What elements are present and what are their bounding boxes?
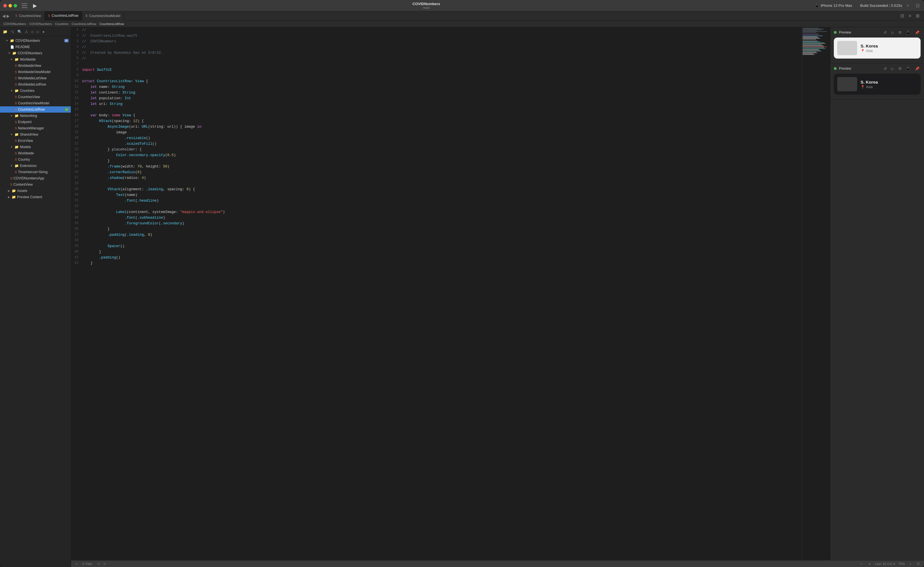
sidebar-item-timeinterval[interactable]: S TimeInterval+String: [0, 169, 71, 175]
split-editor-button[interactable]: ⊟: [899, 12, 905, 19]
sidebar-item-worldwide-view[interactable]: S WorldwideView: [0, 63, 71, 69]
sidebar-label: SharedView: [20, 132, 38, 136]
layout-mode-button[interactable]: ⊡: [916, 562, 921, 566]
breadcrumb-3[interactable]: Countries: [55, 22, 69, 26]
sidebar-label: Endpoint: [18, 120, 31, 124]
layout-button[interactable]: ⊡: [915, 2, 921, 9]
sidebar-label: Extensions: [20, 164, 37, 168]
sidebar-item-countries-viewmodel[interactable]: S CountriesViewModel: [0, 100, 71, 106]
test-icon[interactable]: ◇: [30, 29, 35, 34]
maximize-button[interactable]: [14, 4, 17, 8]
sidebar-item-contentview[interactable]: S ContentView: [0, 182, 71, 188]
preview-play-button[interactable]: ▷: [890, 66, 895, 71]
tree-arrow-icon: ▶: [8, 189, 10, 192]
sidebar-item-worldwide-viewmodel[interactable]: S WorldwideViewModel: [0, 69, 71, 75]
filter-button[interactable]: ⊙ Filter: [81, 562, 93, 566]
sidebar-item-country-model[interactable]: S Country: [0, 156, 71, 163]
tab-back-button[interactable]: ◀: [2, 14, 5, 18]
sidebar-item-covidnumbers-root[interactable]: ▼ 📁 COVIDNumbers M: [0, 38, 71, 44]
preview-refresh-button[interactable]: ↺: [882, 30, 888, 35]
titlebar-center: COVIDNumbers main: [41, 2, 812, 9]
code-editor[interactable]: 1 // 2 // CountriesListRow.swift 3 // CO…: [71, 27, 802, 560]
preview-pin-button[interactable]: 📌: [914, 30, 921, 35]
tab-countries-list-row[interactable]: S CountriesListRow: [45, 11, 82, 21]
preview-duplicate-button[interactable]: ⧉: [897, 66, 902, 71]
preview-device-button[interactable]: 📱: [904, 66, 912, 71]
preview-country-region: 📍 Asia: [861, 49, 878, 53]
search-icon[interactable]: 🔍: [17, 29, 23, 34]
vcs-icon[interactable]: ⌥: [10, 29, 15, 34]
tree-arrow-icon: ▼: [8, 52, 11, 55]
inspector-button[interactable]: ⊞: [915, 12, 921, 19]
sidebar-item-networking-folder[interactable]: ▼ 📁 Networking: [0, 112, 71, 119]
tab-countries-view-model[interactable]: S CountriesViewModel: [82, 11, 124, 21]
preview-device-button[interactable]: 📱: [904, 30, 912, 35]
zoom-in-button[interactable]: +: [908, 562, 912, 566]
breadcrumb-1[interactable]: COVIDNumbers: [3, 22, 26, 26]
folder-icon[interactable]: 📁: [2, 29, 8, 34]
tree-arrow-icon: ▼: [10, 133, 13, 136]
file-icon: 📄: [10, 45, 14, 49]
preview-label: Preview: [839, 30, 880, 34]
modified-badge: M: [64, 39, 69, 42]
sidebar-item-errorview[interactable]: S ErrorView: [0, 138, 71, 144]
sidebar-item-app[interactable]: S COVIDNumbersApp: [0, 175, 71, 182]
code-line-21: 21 .scaledToFill(): [71, 141, 802, 147]
bookmark-button[interactable]: ☆: [859, 562, 864, 566]
sidebar-item-networkmanager[interactable]: S NetworkManager: [0, 125, 71, 131]
swift-icon: S: [15, 170, 17, 174]
sidebar-item-sharedview-folder[interactable]: ▼ 📁 SharedView: [0, 131, 71, 138]
preview-pin-button[interactable]: 📌: [914, 66, 921, 71]
sidebar-toggle-icon[interactable]: [22, 3, 27, 8]
sidebar-item-covidnumbers-folder[interactable]: ▼ 📁 COVIDNumbers: [0, 50, 71, 56]
swift-icon: S: [10, 183, 12, 186]
issues-icon[interactable]: ⚠: [24, 29, 29, 34]
sidebar-item-worldwide-model[interactable]: S Worldwide: [0, 150, 71, 156]
status-bar-right: ☆ ≡ Line: 42 Col: 6 75% + ⊡: [859, 562, 921, 566]
sidebar-item-preview-content[interactable]: ▶ 📁 Preview Content: [0, 194, 71, 200]
tree-arrow-icon: ▶: [8, 196, 10, 198]
issues-list-button[interactable]: ≡: [867, 562, 871, 566]
device-selector[interactable]: 📱 iPhone 13 Pro Max: [814, 3, 852, 8]
sidebar-item-countries-listrow[interactable]: S CountriesListRow A: [0, 106, 71, 112]
preview-duplicate-button[interactable]: ⧉: [897, 30, 902, 35]
code-line-24: 24 }: [71, 158, 802, 164]
breadcrumb-5[interactable]: CountriesListRow: [99, 22, 124, 26]
minimize-button[interactable]: [9, 4, 12, 8]
tab-countries-view[interactable]: S CountriesView: [12, 11, 45, 21]
add-editor-button[interactable]: ＋: [904, 2, 911, 9]
sidebar-item-worldwide-listrow[interactable]: S WorldwideListRow: [0, 81, 71, 88]
add-file-button[interactable]: +: [75, 562, 78, 566]
tabbar-right: ⊟ ≡ ⊞: [896, 12, 924, 19]
preview-play-button[interactable]: ▷: [890, 30, 895, 35]
sidebar-item-models-folder[interactable]: ▼ 📁 Models: [0, 144, 71, 150]
swift-icon: S: [15, 120, 17, 124]
breakpoints-icon[interactable]: ●: [42, 29, 45, 34]
sidebar-item-countries-view[interactable]: S CountriesView: [0, 94, 71, 100]
sidebar-item-countries-folder[interactable]: ▼ 📁 Countries: [0, 88, 71, 94]
sidebar-label: WorldwideView: [18, 64, 41, 68]
tab-label: CountriesListRow: [52, 14, 78, 18]
preview-toolbar-light: Preview ↺ ▷ ⧉ 📱 📌: [831, 27, 924, 38]
sidebar-item-readme[interactable]: 📄 README: [0, 44, 71, 50]
sidebar-item-extensions-folder[interactable]: ▼ 📁 Extensions: [0, 163, 71, 169]
issue-nav-button[interactable]: ◁: [96, 562, 101, 566]
breadcrumb-2[interactable]: COVIDNumbers: [29, 22, 52, 26]
code-line-34: 34 .font(.subheadline): [71, 215, 802, 220]
editor-options-button[interactable]: ≡: [907, 12, 912, 19]
code-line-17: 17 HStack(spacing: 12) {: [71, 118, 802, 124]
debug-icon[interactable]: ▷: [36, 29, 40, 34]
sidebar-label: WorldwideViewModel: [18, 70, 50, 74]
issue-nav-next-button[interactable]: ▷: [103, 562, 107, 566]
preview-active-dot: [834, 67, 837, 70]
sidebar-item-assets[interactable]: ▶ 📁 Assets: [0, 188, 71, 194]
line-col-label: Line: 42 Col: 6: [875, 562, 895, 566]
sidebar-item-worldwide-listview[interactable]: S WorldwideListView: [0, 75, 71, 81]
preview-refresh-button[interactable]: ↺: [882, 66, 888, 71]
run-button[interactable]: ▶: [32, 3, 38, 9]
sidebar-item-worldwide-folder[interactable]: ▼ 📁 Worldwide: [0, 56, 71, 63]
close-button[interactable]: [3, 4, 7, 8]
sidebar-item-endpoint[interactable]: S Endpoint: [0, 119, 71, 125]
tab-forward-button[interactable]: ▶: [6, 14, 10, 18]
breadcrumb-4[interactable]: CountriesListRow: [72, 22, 96, 26]
